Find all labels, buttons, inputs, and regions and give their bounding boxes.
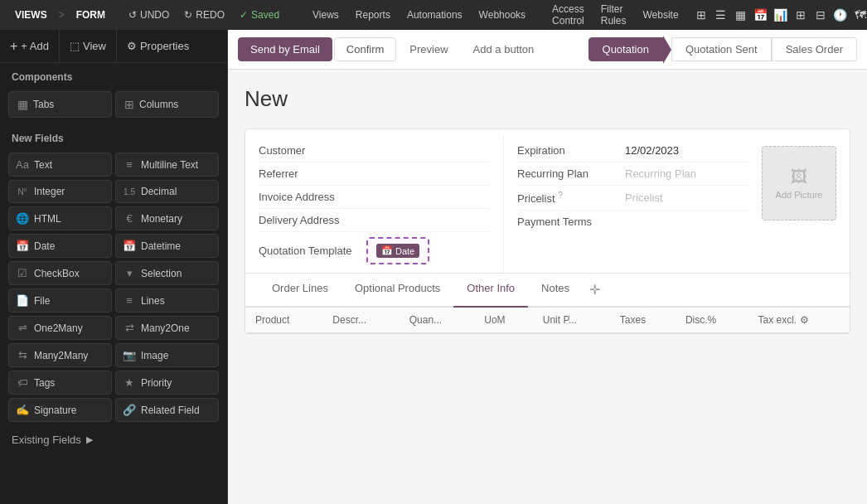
nav-access-control[interactable]: Access Control <box>545 0 591 30</box>
nav-views[interactable]: VIEWS <box>8 6 54 24</box>
col-uom: UoM <box>474 308 532 333</box>
properties-tab[interactable]: ⚙ Properties <box>117 30 199 62</box>
map-icon[interactable]: 🗺 <box>851 6 867 24</box>
confirm-button[interactable]: Confirm <box>334 37 397 61</box>
field-date[interactable]: 📅 Date <box>8 234 112 258</box>
field-checkbox[interactable]: ☑ CheckBox <box>8 261 112 285</box>
components-title: Components <box>0 63 227 88</box>
chart-icon[interactable]: 📊 <box>772 6 790 24</box>
components-grid: ▦ Tabs ⊞ Columns <box>0 88 227 124</box>
selection-label: Selection <box>141 268 182 279</box>
existing-fields-section[interactable]: Existing Fields ▶ <box>0 425 227 454</box>
grid-icon[interactable]: ⊞ <box>692 6 710 24</box>
add-picture-label: Add Picture <box>776 190 823 200</box>
order-lines-table: Product Descr... Quan... UoM Unit P... T… <box>245 308 850 333</box>
table-icon[interactable]: ⊞ <box>792 6 810 24</box>
col-description: Descr... <box>322 308 399 333</box>
field-integer[interactable]: N° Integer <box>8 180 112 203</box>
field-file[interactable]: 📄 File <box>8 288 112 313</box>
workflow-buttons: Send by Email Confirm Preview Add a butt… <box>228 30 555 69</box>
monetary-label: Monetary <box>141 213 182 225</box>
redo-button[interactable]: ↻ REDO <box>177 7 231 23</box>
clock-icon[interactable]: 🕐 <box>831 6 850 24</box>
nav-views-menu[interactable]: Views <box>306 6 346 24</box>
field-many2one[interactable]: ⇄ Many2One <box>115 316 219 340</box>
field-signature[interactable]: ✍ Signature <box>8 398 112 422</box>
add-tab-button[interactable]: ✛ <box>583 274 607 306</box>
field-multiline[interactable]: ≡ Multiline Text <box>115 153 219 177</box>
decimal-icon: 1.5 <box>123 187 136 196</box>
payment-terms-row: Payment Terms <box>517 211 748 233</box>
table-header-row: Product Descr... Quan... UoM Unit P... T… <box>245 308 850 333</box>
field-priority[interactable]: ★ Priority <box>115 371 219 395</box>
date-drop-zone[interactable]: 📅 Date <box>366 237 429 264</box>
field-monetary[interactable]: € Monetary <box>115 206 219 230</box>
col-settings-icon[interactable]: ⚙ <box>800 314 809 326</box>
expiration-value[interactable]: 12/02/2023 <box>625 144 748 157</box>
add-button-button[interactable]: Add a button <box>462 38 546 61</box>
add-picture-box[interactable]: 🖼 Add Picture <box>762 146 836 220</box>
nav-website[interactable]: Website <box>636 6 685 24</box>
field-many2many[interactable]: ⇆ Many2Many <box>8 343 112 367</box>
referrer-row: Referrer <box>259 162 490 186</box>
view-tab[interactable]: ⬚ View <box>60 30 117 62</box>
quotation-label: Quotation <box>603 43 649 56</box>
field-tags[interactable]: 🏷 Tags <box>8 371 112 395</box>
field-text[interactable]: Aa Text <box>8 153 112 177</box>
columns-icon: ⊞ <box>124 98 134 111</box>
tab-optional-products[interactable]: Optional Products <box>341 274 453 308</box>
text-field-label: Text <box>34 159 52 171</box>
status-sales-order[interactable]: Sales Order <box>772 37 857 61</box>
status-quotation-sent[interactable]: Quotation Sent <box>671 37 772 61</box>
date-badge: 📅 Date <box>376 244 419 258</box>
nav-filter-rules[interactable]: Filter Rules <box>594 0 633 30</box>
checkbox-icon: ☑ <box>16 267 29 279</box>
expiration-row: Expiration 12/02/2023 <box>517 139 748 162</box>
one2many-label: One2Many <box>34 322 83 334</box>
field-datetime[interactable]: 📅 Datetime <box>115 234 219 258</box>
component-columns[interactable]: ⊞ Columns <box>115 91 219 118</box>
component-tabs[interactable]: ▦ Tabs <box>8 91 112 118</box>
kanban-icon[interactable]: ▦ <box>732 6 750 24</box>
undo-button[interactable]: ↺ UNDO <box>122 7 176 23</box>
tab-other-info[interactable]: Other Info <box>453 274 528 308</box>
file-icon: 📄 <box>16 294 29 307</box>
nav-automations[interactable]: Automations <box>400 6 469 24</box>
tab-order-lines[interactable]: Order Lines <box>259 274 341 308</box>
preview-button[interactable]: Preview <box>398 38 459 61</box>
recurring-plan-value[interactable]: Recurring Plan <box>625 167 748 180</box>
recurring-plan-row: Recurring Plan Recurring Plan <box>517 162 748 186</box>
priority-icon: ★ <box>123 376 136 389</box>
form-left-column: Customer Referrer Invoice Address D <box>245 136 503 273</box>
list-icon[interactable]: ☰ <box>712 6 730 24</box>
field-selection[interactable]: ▾ Selection <box>115 261 219 285</box>
field-lines[interactable]: ≡ Lines <box>115 288 219 313</box>
status-quotation[interactable]: Quotation <box>588 37 663 61</box>
properties-label: Properties <box>140 40 189 52</box>
nav-webhooks[interactable]: Webhooks <box>472 6 532 24</box>
calendar-icon[interactable]: 📅 <box>752 6 770 24</box>
expiration-label: Expiration <box>517 144 625 157</box>
field-one2many[interactable]: ⇌ One2Many <box>8 316 112 340</box>
pricelist-value[interactable]: Pricelist <box>625 191 748 204</box>
send-by-email-button[interactable]: Send by Email <box>238 37 332 61</box>
nav-reports[interactable]: Reports <box>349 6 397 24</box>
monetary-icon: € <box>123 212 136 225</box>
tab-notes[interactable]: Notes <box>528 274 583 308</box>
add-button[interactable]: + + Add <box>0 30 60 62</box>
field-related-field[interactable]: 🔗 Related Field <box>115 398 219 422</box>
field-html[interactable]: 🌐 HTML <box>8 206 112 230</box>
multiline-label: Multiline Text <box>141 159 198 171</box>
integer-label: Integer <box>34 186 65 197</box>
nav-form[interactable]: FORM <box>70 6 112 24</box>
plus-icon: + <box>10 39 17 54</box>
one2many-icon: ⇌ <box>16 322 29 334</box>
pivot-icon[interactable]: ⊟ <box>811 6 830 24</box>
field-decimal[interactable]: 1.5 Decimal <box>115 180 219 203</box>
payment-terms-label: Payment Terms <box>517 216 625 228</box>
field-image[interactable]: 📷 Image <box>115 343 219 367</box>
checkbox-label: CheckBox <box>34 268 80 279</box>
invoice-address-row: Invoice Address <box>259 186 490 209</box>
form-card: Customer Referrer Invoice Address D <box>245 128 850 334</box>
status-arrow-1 <box>663 36 671 64</box>
